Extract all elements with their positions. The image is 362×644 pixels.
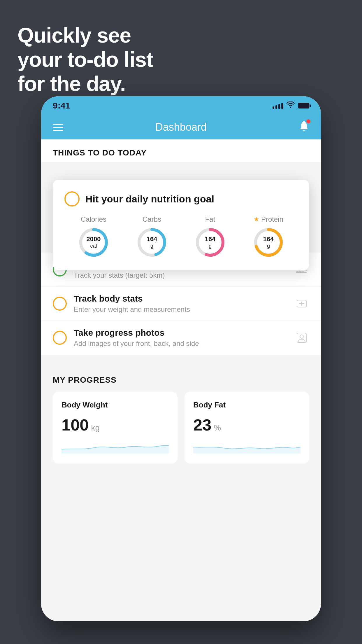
battery-icon — [298, 103, 309, 108]
progress-title: MY PROGRESS — [53, 375, 309, 385]
body-stats-title: Track body stats — [74, 294, 287, 304]
notification-bell-icon[interactable] — [299, 120, 309, 134]
body-weight-card[interactable]: Body Weight 100 kg — [53, 392, 178, 463]
svg-point-11 — [300, 335, 303, 338]
task-checkbox[interactable] — [64, 191, 80, 206]
body-fat-card-title: Body Fat — [193, 400, 301, 410]
section-header: THINGS TO DO TODAY — [41, 139, 321, 162]
nav-title: Dashboard — [155, 121, 207, 133]
protein-donut: 164 g — [252, 226, 284, 258]
body-weight-value-row: 100 kg — [61, 415, 169, 434]
protein-value: 164 g — [263, 235, 274, 249]
notification-dot — [306, 119, 310, 123]
progress-cards: Body Weight 100 kg Body Fat 23 % — [53, 392, 309, 463]
fat-donut: 164 g — [194, 226, 226, 258]
progress-photos-checkbox[interactable] — [53, 331, 67, 345]
body-fat-card[interactable]: Body Fat 23 % — [184, 392, 309, 463]
calories-value: 2000 cal — [87, 235, 101, 249]
headline: Quickly see your to-do list for the day. — [17, 23, 153, 96]
body-stats-info: Track body stats Enter your weight and m… — [74, 294, 287, 314]
nutrition-fat: Fat 164 g — [194, 215, 226, 258]
calories-label: Calories — [81, 215, 106, 223]
menu-button[interactable] — [53, 124, 63, 131]
body-fat-value: 23 — [193, 415, 211, 434]
body-stats-checkbox[interactable] — [53, 297, 67, 311]
body-weight-sparkline — [61, 439, 169, 454]
carbs-donut: 164 g — [136, 226, 168, 258]
nav-bar: Dashboard — [41, 115, 321, 139]
progress-photos-subtitle: Add images of your front, back, and side — [74, 340, 287, 348]
body-weight-card-title: Body Weight — [61, 400, 169, 410]
carbs-value: 164 g — [147, 235, 157, 249]
body-fat-unit: % — [214, 423, 221, 433]
status-bar: 9:41 — [41, 96, 321, 115]
nutrition-protein: ★ Protein 164 g — [252, 215, 284, 258]
protein-label: ★ Protein — [254, 215, 283, 223]
nutrition-calories: Calories 2000 cal — [78, 215, 110, 258]
person-icon — [294, 330, 309, 345]
status-icons — [273, 102, 309, 110]
running-subtitle: Track your stats (target: 5km) — [74, 271, 287, 279]
things-to-do-title: THINGS TO DO TODAY — [53, 148, 309, 158]
carbs-label: Carbs — [143, 215, 161, 223]
body-fat-sparkline — [193, 439, 301, 454]
body-stats-subtitle: Enter your weight and measurements — [74, 305, 287, 314]
nutrition-row: Calories 2000 cal — [64, 215, 298, 258]
body-weight-value: 100 — [61, 415, 89, 434]
nutrition-card-title: Hit your daily nutrition goal — [85, 193, 214, 205]
phone-frame: 9:41 Dashboa — [41, 96, 321, 621]
scale-icon — [294, 296, 309, 311]
todo-body-stats[interactable]: Track body stats Enter your weight and m… — [41, 287, 321, 321]
fat-value: 164 g — [205, 235, 216, 249]
body-weight-unit: kg — [91, 423, 100, 433]
svg-point-0 — [290, 107, 291, 108]
nutrition-card: Hit your daily nutrition goal Calories — [53, 180, 309, 270]
app-content: THINGS TO DO TODAY Hit your daily nutrit… — [41, 139, 321, 621]
status-time: 9:41 — [53, 101, 70, 111]
signal-icon — [273, 102, 283, 109]
progress-section: MY PROGRESS Body Weight 100 kg B — [41, 364, 321, 475]
star-icon: ★ — [254, 216, 259, 223]
fat-label: Fat — [205, 215, 215, 223]
progress-photos-info: Take progress photos Add images of your … — [74, 328, 287, 348]
body-fat-value-row: 23 % — [193, 415, 301, 434]
todo-progress-photos[interactable]: Take progress photos Add images of your … — [41, 321, 321, 355]
wifi-icon — [287, 102, 295, 110]
calories-donut: 2000 cal — [78, 226, 110, 258]
progress-photos-title: Take progress photos — [74, 328, 287, 338]
nutrition-carbs: Carbs 164 g — [136, 215, 168, 258]
